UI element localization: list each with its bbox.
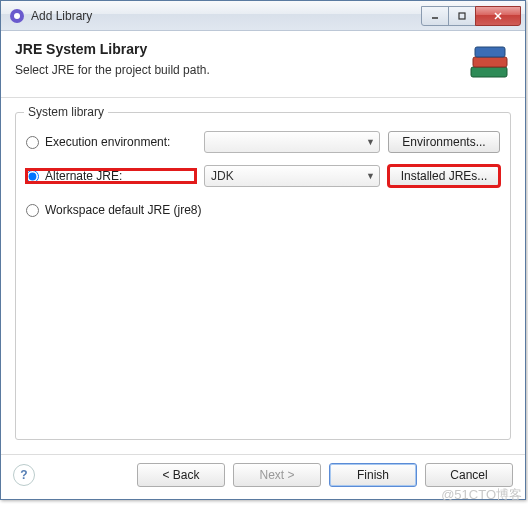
header-text: JRE System Library Select JRE for the pr…	[15, 41, 467, 77]
environments-button[interactable]: Environments...	[388, 131, 500, 153]
execution-environment-combo[interactable]: ▼	[204, 131, 380, 153]
next-button: Next >	[233, 463, 321, 487]
alternate-jre-option[interactable]: Alternate JRE:	[26, 169, 196, 183]
alternate-jre-value: JDK	[211, 169, 234, 183]
dialog-header: JRE System Library Select JRE for the pr…	[1, 31, 525, 98]
finish-button[interactable]: Finish	[329, 463, 417, 487]
dialog-content: System library Execution environment: ▼ …	[1, 98, 525, 454]
maximize-button[interactable]	[448, 6, 476, 26]
workspace-default-radio[interactable]	[26, 204, 39, 217]
execution-environment-radio[interactable]	[26, 136, 39, 149]
workspace-default-row: Workspace default JRE (jre8)	[26, 197, 500, 223]
close-button[interactable]	[475, 6, 521, 26]
execution-environment-option[interactable]: Execution environment:	[26, 135, 196, 149]
svg-rect-6	[471, 67, 507, 77]
svg-point-1	[14, 13, 20, 19]
svg-rect-3	[459, 13, 465, 19]
alternate-jre-label[interactable]: Alternate JRE:	[45, 169, 122, 183]
chevron-down-icon: ▼	[366, 137, 375, 147]
minimize-button[interactable]	[421, 6, 449, 26]
svg-rect-8	[475, 47, 505, 57]
execution-environment-label[interactable]: Execution environment:	[45, 135, 170, 149]
execution-environment-row: Execution environment: ▼ Environments...	[26, 129, 500, 155]
installed-jres-button[interactable]: Installed JREs...	[388, 165, 500, 187]
workspace-default-option[interactable]: Workspace default JRE (jre8)	[26, 203, 202, 217]
svg-rect-7	[473, 57, 507, 67]
app-icon	[9, 8, 25, 24]
group-title: System library	[24, 105, 108, 119]
help-button[interactable]: ?	[13, 464, 35, 486]
window-controls	[422, 6, 521, 26]
workspace-default-label[interactable]: Workspace default JRE (jre8)	[45, 203, 202, 217]
header-title: JRE System Library	[15, 41, 467, 57]
alternate-jre-row: Alternate JRE: JDK ▼ Installed JREs...	[26, 163, 500, 189]
alternate-jre-radio[interactable]	[26, 170, 39, 183]
dialog-window: Add Library JRE System Library Select JR…	[0, 0, 526, 500]
alternate-jre-combo[interactable]: JDK ▼	[204, 165, 380, 187]
back-button[interactable]: < Back	[137, 463, 225, 487]
header-subtitle: Select JRE for the project build path.	[15, 63, 467, 77]
titlebar[interactable]: Add Library	[1, 1, 525, 31]
chevron-down-icon: ▼	[366, 171, 375, 181]
cancel-button[interactable]: Cancel	[425, 463, 513, 487]
library-books-icon	[467, 41, 511, 83]
system-library-group: System library Execution environment: ▼ …	[15, 112, 511, 440]
watermark: @51CTO博客	[441, 486, 522, 504]
window-title: Add Library	[31, 9, 422, 23]
